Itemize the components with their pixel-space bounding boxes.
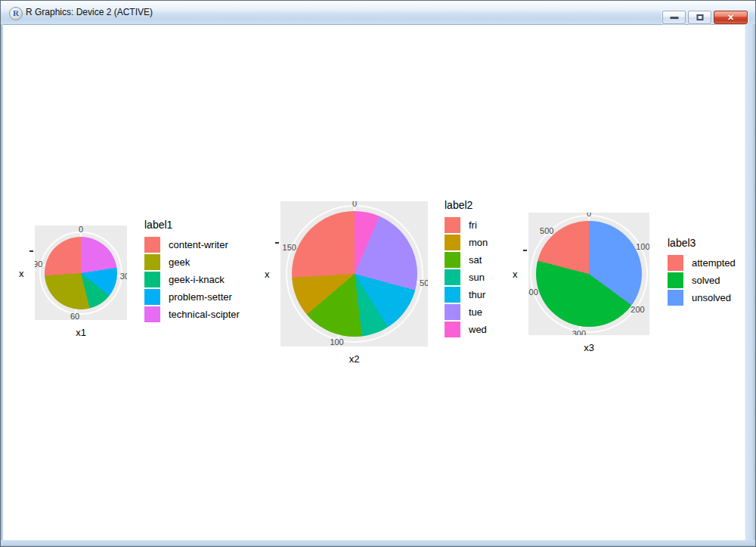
legend-item: tue — [445, 304, 488, 320]
axis-tick-label: 0 — [587, 213, 591, 218]
axis-tick-label: 0 — [79, 225, 83, 234]
x-axis-title: x2 — [280, 353, 428, 365]
legend-swatch — [445, 235, 460, 250]
pie-x2 — [292, 211, 417, 337]
window-title: R Graphics: Device 2 (ACTIVE) — [26, 1, 153, 24]
x-axis-title: x1 — [35, 327, 127, 338]
axis-tick-label: 400 — [528, 287, 538, 297]
legend-item: problem-setter — [144, 289, 240, 305]
y-axis-tick-mark — [275, 242, 279, 244]
legend-item: unsolved — [668, 290, 736, 306]
legend-swatch — [144, 254, 160, 270]
close-icon: ✕ — [727, 13, 734, 22]
legend-swatch — [445, 322, 460, 337]
plot-panel: 0 30 60 90 — [35, 225, 127, 320]
legend-item: technical-scipter — [144, 306, 240, 322]
pie-chart-x2: 0 50 100 150 x x2 — [280, 201, 428, 347]
axis-tick-label: 50 — [420, 278, 428, 287]
legend-item-label: technical-scipter — [169, 309, 240, 320]
legend-item: solved — [668, 272, 736, 288]
pie-chart-x1: 0 30 60 90 x x1 — [35, 225, 127, 320]
legend-title: label1 — [144, 219, 240, 231]
legend-label1: label1 content-writer geek geek-i-knack … — [144, 219, 240, 324]
legend-title: label3 — [668, 237, 736, 249]
axis-tick-label: 500 — [540, 226, 553, 235]
axis-tick-label: 90 — [35, 260, 42, 269]
legend-item-label: geek-i-knack — [169, 274, 225, 285]
legend-swatch — [144, 306, 160, 322]
legend-item: thur — [445, 287, 488, 303]
legend-swatch — [445, 287, 460, 303]
legend-swatch — [668, 255, 683, 271]
r-graphics-window: R R Graphics: Device 2 (ACTIVE) ✕ 0 30 6… — [0, 0, 756, 547]
axis-tick-label: 300 — [572, 329, 586, 335]
r-logo-icon[interactable]: R — [9, 7, 23, 20]
legend-label2: label2 fri mon sat sun thur tue wed — [445, 199, 488, 339]
legend-item-label: wed — [469, 324, 487, 335]
legend-item-label: sat — [469, 254, 482, 266]
pie-x1 — [45, 237, 117, 309]
legend-item: geek-i-knack — [144, 272, 240, 287]
legend-item-label: fri — [469, 219, 477, 231]
restore-icon — [696, 14, 703, 20]
pie-x3 — [536, 221, 642, 327]
minimize-icon — [670, 17, 678, 19]
legend-swatch — [668, 290, 683, 306]
legend-item: fri — [445, 217, 488, 233]
axis-tick-label: 0 — [352, 201, 357, 208]
legend-item: attempted — [668, 255, 736, 271]
legend-swatch — [445, 304, 460, 320]
axis-tick-label: 100 — [330, 337, 343, 347]
legend-item-label: thur — [469, 289, 485, 300]
legend-swatch — [445, 269, 460, 285]
y-axis-title: x — [265, 269, 270, 280]
legend-item-label: solved — [692, 275, 720, 286]
window-border-left — [1, 24, 3, 546]
legend-swatch — [144, 237, 160, 253]
legend-item-label: attempted — [692, 257, 736, 269]
y-axis-tick-mark — [523, 250, 527, 251]
legend-item: mon — [445, 235, 488, 250]
legend-item-label: content-writer — [169, 239, 228, 250]
legend-item: sun — [445, 269, 488, 285]
axis-tick-label: 60 — [70, 312, 79, 320]
y-axis-title: x — [513, 269, 518, 280]
legend-swatch — [668, 272, 683, 288]
window-controls: ✕ — [662, 11, 748, 24]
legend-item-label: mon — [469, 237, 488, 248]
legend-label3: label3 attempted solved unsolved — [668, 237, 736, 307]
legend-item-label: sun — [469, 272, 485, 283]
legend-item-label: unsolved — [692, 292, 731, 303]
y-axis-title: x — [19, 267, 24, 278]
axis-tick-label: 100 — [636, 242, 649, 251]
window-border-bottom — [1, 540, 755, 546]
axis-tick-label: 30 — [120, 272, 127, 281]
legend-item: wed — [445, 322, 488, 337]
legend-swatch — [445, 252, 460, 268]
minimize-button[interactable] — [662, 11, 686, 24]
axis-tick-label: 200 — [631, 305, 644, 314]
axis-tick-label: 150 — [283, 243, 296, 252]
legend-item-label: tue — [469, 306, 482, 318]
title-bar[interactable]: R R Graphics: Device 2 (ACTIVE) ✕ — [1, 1, 755, 25]
legend-item: geek — [144, 254, 240, 270]
close-button[interactable]: ✕ — [714, 11, 748, 24]
window-border-right — [745, 24, 755, 546]
legend-item-label: problem-setter — [169, 291, 232, 303]
legend-item-label: geek — [169, 256, 190, 268]
x-axis-title: x3 — [528, 342, 649, 353]
legend-item: sat — [445, 252, 488, 268]
legend-title: label2 — [445, 199, 488, 211]
legend-item: content-writer — [144, 237, 240, 253]
plot-panel: 0 50 100 150 — [280, 201, 428, 347]
plot-panel: 0 100 200 300 400 500 — [528, 213, 649, 335]
restore-button[interactable] — [688, 11, 711, 24]
legend-swatch — [144, 272, 160, 287]
pie-chart-x3: 0 100 200 300 400 500 x x3 — [528, 213, 649, 335]
y-axis-tick-mark — [29, 250, 33, 252]
legend-swatch — [144, 289, 160, 305]
legend-swatch — [445, 217, 460, 233]
